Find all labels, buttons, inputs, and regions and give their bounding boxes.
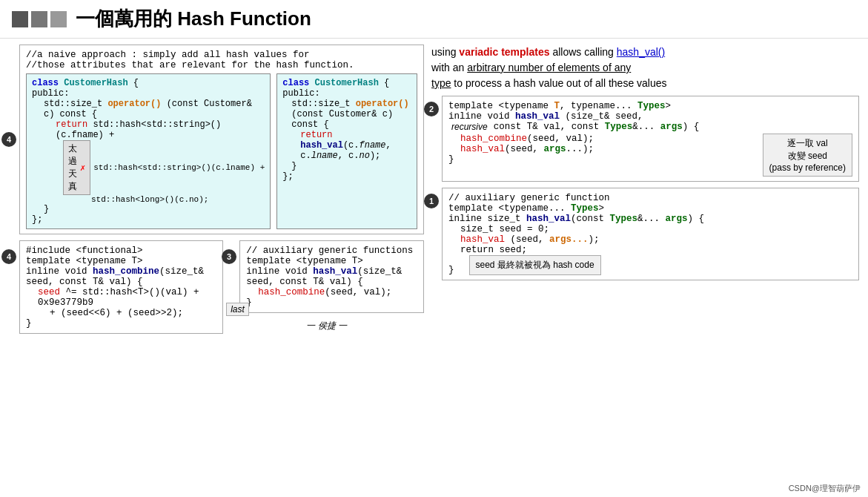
bottom-credit: CSDN@理智葫萨伊 [789,483,861,494]
aux-inline: inline void hash_val(size_t& seed, const… [246,266,417,287]
hash-combine-box: #include <functional> template <typename… [19,240,223,334]
main-content: 4 //a naive approach : simply add all ha… [0,39,868,497]
step-4-badge-2: 4 [1,249,16,264]
desc-before: using [431,46,459,58]
include-line: #include <functional> [26,246,216,256]
return-line: return std::hash<std::string>()(c.fname)… [56,119,265,140]
seed-line-2: + (seed<<6) + (seed>>2); [50,308,216,318]
hash-val-call-2: hash_val (seed, args...); [460,234,852,245]
close-base: } [448,265,454,275]
hash-combine-call: hash_combine(seed, val); [460,134,755,144]
naive-approach-box: //a naive approach : simply add all hash… [19,45,424,234]
aux-close: } [246,297,417,308]
recursive-section: 2 template <typename T, typename... Type… [431,96,859,182]
inline-base: inline size_t hash_val(const Types&... a… [448,214,852,224]
hash-no: std::hash<long>()(c.no); [91,195,265,204]
class-line: class CustomerHash { [32,78,265,88]
icon-2 [31,11,47,27]
desc-with: with an arbitrary number of elements of … [431,62,631,73]
close-recursive: } [448,154,755,165]
inline-recursive: inline void hash_val (size_t& seed, [448,111,852,122]
return-line-2: return hash_val(c.fname, c.lname, c.no); [300,130,411,161]
hash-lname: std::hash<std::string>()(c.lname) + [93,163,265,172]
left-column: 4 //a naive approach : simply add all ha… [9,45,424,493]
close-21: } [291,161,411,171]
template-line: template <typename T> [26,256,216,266]
seed-line: seed ^= std::hash<T>()(val) + 0x9e3779b9 [38,287,216,308]
desc-allows: allows calling [550,46,617,58]
last-label: last [226,303,249,316]
aux-comment: // auxiliary generic functions [246,246,417,256]
operator-line-2: std::size_t operator() (const Customer& … [291,99,411,130]
better-class-box: class CustomerHash { public: std::size_t… [276,73,417,229]
aux-template: template <typename T> [246,256,417,266]
seed-annotation: seed 最終就被視為 hash code [469,255,601,275]
close-brace-1: } [44,204,265,214]
class-line-2: class CustomerHash { [282,78,411,88]
aux-comment-right: // auxiliary generic function [448,193,852,203]
annotation-line2: 改變 seed [769,150,846,162]
annotation-line1: 逐一取 val [769,137,846,150]
arrow-label: 一 侯捷 一 [306,320,347,332]
public-line-2: public: [282,88,411,99]
comment-line-2: //those attributes that are relevant for… [26,60,417,70]
desc-hash-val-link: hash_val() [617,46,665,58]
page-title: 一個萬用的 Hash Function [76,6,311,32]
return-seed: return seed; [460,245,852,255]
close-brace: } [26,318,216,329]
inline-line: inline void hash_combine(size_t& seed, c… [26,266,216,287]
step-3-badge: 3 [222,249,236,264]
header: 一個萬用的 Hash Function [0,0,868,39]
naive-class-box: class CustomerHash { public: std::size_t… [26,73,271,229]
annotation-line3: (pass by reference) [769,162,846,173]
step-4-badge: 4 [1,132,16,147]
close-22: }; [282,171,411,182]
icon-1 [12,11,28,27]
seed-decl: size_t seed = 0; [460,224,852,234]
comment-line-1: //a naive approach : simply add all hash… [26,50,417,60]
close-brace-2: }; [32,214,265,225]
desc-type: type to process a hash value out of all … [431,77,667,89]
recursive-label: recursive [451,122,488,132]
top-description: using variadic templates allows calling … [431,45,859,91]
header-icon-group [12,11,67,27]
aux-generic-box: // auxiliary generic functions template … [239,240,424,313]
step-1-badge: 1 [424,194,439,208]
desc-variadic: variadic templates [459,46,549,58]
aux-body: hash_combine(seed, val); [258,287,417,297]
template-recursive: template <typename T, typename... Types> [448,101,852,111]
template-base: template <typename... Types> [448,203,852,214]
operator-line: std::size_t operator() (const Customer& … [44,99,265,119]
right-column: using variadic templates allows calling … [431,45,859,493]
icon-3 [50,11,67,27]
base-case-section: 1 // auxiliary generic function template… [431,188,859,280]
base-case-box: // auxiliary generic function template <… [442,188,859,280]
crossed-out-label: 太過天真 ✗ [63,140,90,195]
recursive-args: const T& val, const Types&... args) { [494,122,700,132]
step-2-badge: 2 [424,102,439,116]
recursive-box: template <typename T, typename... Types>… [442,96,859,182]
public-line: public: [32,88,265,99]
annotation-box: 逐一取 val 改變 seed (pass by reference) [763,134,852,177]
hash-val-call: hash_val(seed, args...); [460,144,755,154]
